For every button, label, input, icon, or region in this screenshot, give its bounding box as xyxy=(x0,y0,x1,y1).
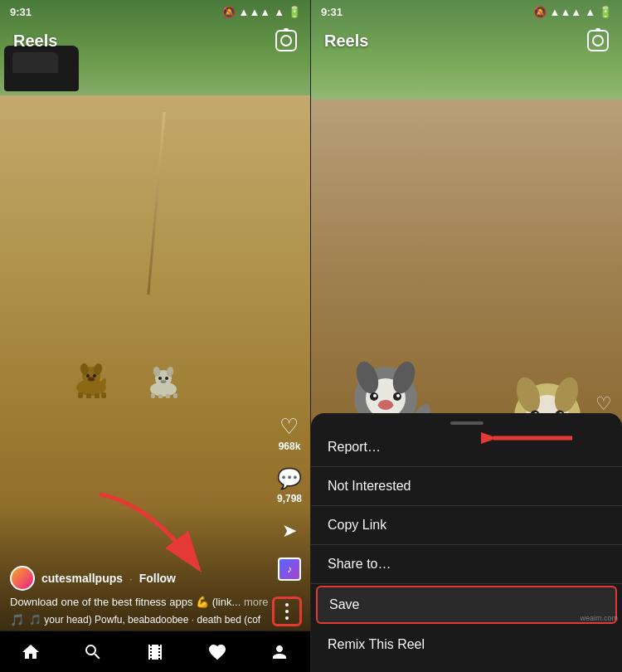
svg-point-33 xyxy=(396,394,400,397)
sheet-item-not-interested[interactable]: Not Interested xyxy=(311,467,622,505)
share-icon: ➤ xyxy=(278,519,301,543)
heart-icon: ♡ xyxy=(278,415,301,438)
sheet-divider-3 xyxy=(311,583,622,584)
time-right: 9:31 xyxy=(321,6,343,18)
watermark: weaim.com xyxy=(580,614,618,622)
three-dots-button[interactable] xyxy=(272,597,302,626)
dot-2 xyxy=(285,610,289,613)
svg-point-18 xyxy=(161,380,167,383)
dot-1 xyxy=(285,603,289,606)
mute-icon-r: 🔕 xyxy=(533,6,547,18)
wifi-icon-r: ▲ xyxy=(585,6,595,18)
left-panel: 9:31 🔕 ▲▲▲ ▲ 🔋 Reels ♡ 968k 💬 9,798 ➤ ♪ xyxy=(0,0,311,672)
separator: · xyxy=(129,572,133,585)
wifi-icon: ▲ xyxy=(274,6,284,18)
nav-profile[interactable] xyxy=(261,634,298,670)
caption-text: Download one of the best fitness apps 💪 … xyxy=(10,596,241,608)
svg-point-5 xyxy=(93,374,96,377)
status-bar-left: 9:31 🔕 ▲▲▲ ▲ 🔋 xyxy=(0,0,311,23)
music-note-icon: 🎵 xyxy=(10,613,24,626)
camera-icon-left[interactable] xyxy=(275,30,297,51)
side-actions: ♡ 968k 💬 9,798 ➤ ♪ xyxy=(277,415,302,581)
svg-point-6 xyxy=(88,377,95,382)
svg-rect-7 xyxy=(78,392,83,398)
sheet-item-report[interactable]: Report… xyxy=(311,428,622,466)
nav-home[interactable] xyxy=(12,634,49,670)
right-panel: 9:31 🔕 ▲▲▲ ▲ 🔋 Reels ♡ Report…Not Intere… xyxy=(311,0,622,672)
comment-action[interactable]: 💬 9,798 xyxy=(277,467,302,504)
svg-point-16 xyxy=(158,377,162,380)
svg-rect-21 xyxy=(166,394,170,398)
audio-icon: ♪ xyxy=(278,558,301,581)
sheet-item-save[interactable]: Save xyxy=(316,586,617,624)
reels-title-right: Reels xyxy=(324,32,368,51)
caption: Download one of the best fitness apps 💪 … xyxy=(10,596,269,610)
header-left: Reels xyxy=(0,23,310,58)
sheet-handle xyxy=(450,421,484,425)
sheet-items: Report…Not InterestedCopy LinkShare to…S… xyxy=(311,428,622,664)
svg-point-17 xyxy=(165,377,168,380)
svg-rect-22 xyxy=(173,393,177,398)
comment-count: 9,798 xyxy=(277,493,302,504)
nav-activity[interactable] xyxy=(199,634,236,670)
three-dots-icon xyxy=(285,603,289,620)
svg-point-31 xyxy=(373,394,377,397)
signal-icon: ▲▲▲ xyxy=(239,6,271,18)
reels-title-left: Reels xyxy=(13,32,57,51)
like-action[interactable]: ♡ 968k xyxy=(278,415,301,452)
avatar[interactable] xyxy=(10,566,35,591)
heart-overlay: ♡ xyxy=(595,393,612,415)
svg-rect-8 xyxy=(86,393,91,398)
dot-3 xyxy=(285,616,289,620)
puppy-1 xyxy=(66,361,116,398)
battery-icon-r: 🔋 xyxy=(599,6,612,18)
sheet-item-remix[interactable]: Remix This Reel xyxy=(311,626,622,664)
status-bar-right: 9:31 🔕 ▲▲▲ ▲ 🔋 xyxy=(311,0,622,23)
battery-icon: 🔋 xyxy=(288,6,301,18)
bottom-sheet: Report…Not InterestedCopy LinkShare to…S… xyxy=(311,413,622,672)
svg-rect-10 xyxy=(101,392,106,398)
time-left: 9:31 xyxy=(10,6,32,18)
sheet-item-copy-link[interactable]: Copy Link xyxy=(311,506,622,544)
audio-text: 🎵 your head) Powfu, beabadoobee · death … xyxy=(29,614,260,626)
user-info: cutesmallpups · Follow Download one of t… xyxy=(10,566,269,626)
signal-icon-r: ▲▲▲ xyxy=(550,6,582,18)
svg-rect-20 xyxy=(158,394,163,398)
header-right: Reels xyxy=(311,23,622,58)
svg-rect-19 xyxy=(151,393,155,398)
share-action[interactable]: ➤ xyxy=(278,519,301,543)
like-count: 968k xyxy=(279,441,301,452)
svg-point-4 xyxy=(86,374,90,377)
camera-icon-right[interactable] xyxy=(587,30,609,51)
audio-row: 🎵 🎵 your head) Powfu, beabadoobee · deat… xyxy=(10,613,269,626)
sheet-item-share-to[interactable]: Share to… xyxy=(311,545,622,583)
username[interactable]: cutesmallpups xyxy=(41,572,123,585)
status-icons-left: 🔕 ▲▲▲ ▲ 🔋 xyxy=(222,6,301,18)
puppy-2 xyxy=(141,365,187,398)
nav-reels[interactable] xyxy=(137,634,173,670)
status-icons-right: 🔕 ▲▲▲ ▲ 🔋 xyxy=(533,6,612,18)
nav-search[interactable] xyxy=(75,634,111,670)
user-row: cutesmallpups · Follow xyxy=(10,566,269,591)
svg-rect-9 xyxy=(95,393,100,398)
comment-icon: 💬 xyxy=(278,467,301,490)
bottom-nav-left xyxy=(0,631,310,672)
audio-thumbnail[interactable]: ♪ xyxy=(278,558,301,581)
follow-button[interactable]: Follow xyxy=(139,572,176,585)
caption-more[interactable]: more xyxy=(244,596,269,608)
mute-icon: 🔕 xyxy=(222,6,236,18)
